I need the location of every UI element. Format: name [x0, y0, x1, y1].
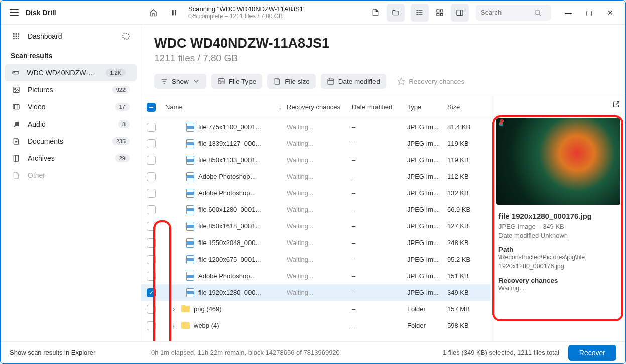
- search-input[interactable]: [481, 9, 534, 16]
- search-box[interactable]: [476, 5, 551, 21]
- table-row[interactable]: file 1200x675_0001...Waiting...–JPEG Im.…: [141, 251, 491, 268]
- panel-view-icon[interactable]: [451, 4, 469, 22]
- file-icon: [273, 77, 281, 85]
- cell-size: 598 KB: [447, 322, 487, 329]
- row-checkbox[interactable]: [147, 321, 156, 330]
- recover-button[interactable]: Recover: [568, 345, 616, 361]
- row-checkbox[interactable]: ✓: [147, 288, 156, 297]
- folder-icon: [181, 322, 190, 329]
- table-row[interactable]: file 1339x1127_000...Waiting...–JPEG Im.…: [141, 135, 491, 152]
- row-checkbox[interactable]: [147, 222, 156, 231]
- date-modified-filter[interactable]: Date modified: [321, 74, 386, 89]
- sidebar-item-documents[interactable]: Documents235: [1, 133, 141, 150]
- scan-status: Scanning "WDC WD40NDZW-11A8JS1" 0% compl…: [188, 5, 306, 20]
- col-size-header[interactable]: Size: [447, 103, 487, 111]
- table-row[interactable]: file 850x1618_0001...Waiting...–JPEG Im.…: [141, 218, 491, 234]
- file-size-filter[interactable]: File size: [267, 74, 316, 89]
- cell-size: 112 KB: [447, 173, 487, 180]
- col-type-header[interactable]: Type: [407, 103, 447, 111]
- table-row[interactable]: file 600x1280_0001...Waiting...–JPEG Im.…: [141, 201, 491, 218]
- file-icon: [186, 205, 194, 214]
- sidebar-item-wdc-wd-ndzw-a-[interactable]: WDC WD40NDZW-11A...1.2K: [5, 64, 137, 81]
- sidebar-item-pictures[interactable]: Pictures922: [1, 81, 141, 98]
- file-name: file 775x1100_0001...: [198, 123, 261, 131]
- svg-point-5: [417, 10, 417, 11]
- grid-view-icon[interactable]: [431, 4, 449, 22]
- row-checkbox[interactable]: [147, 172, 156, 181]
- scan-title: Scanning "WDC WD40NDZW-11A8JS1": [188, 5, 306, 13]
- sidebar-badge: 922: [112, 86, 130, 94]
- col-date-header[interactable]: Date modified: [352, 103, 407, 111]
- sidebar-badge: 8: [118, 120, 130, 128]
- list-view-icon[interactable]: [411, 4, 429, 22]
- svg-rect-0: [172, 10, 174, 15]
- table-row[interactable]: ✓file 1920x1280_000...Waiting...–JPEG Im…: [141, 284, 491, 301]
- sidebar: Dashboard Scan results WDC WD40NDZW-11A.…: [1, 25, 141, 341]
- row-checkbox[interactable]: [147, 123, 156, 132]
- row-checkbox[interactable]: [147, 139, 156, 148]
- recovery-chances-filter[interactable]: Recovery chances: [391, 74, 470, 89]
- table-wrap: Name↓ Recovery chances Date modified Typ…: [141, 96, 625, 341]
- expand-icon[interactable]: ›: [170, 305, 177, 313]
- new-file-icon[interactable]: [366, 4, 385, 22]
- table-row[interactable]: Adobe Photoshop...Waiting...–JPEG Im...1…: [141, 268, 491, 284]
- file-name: file 1550x2048_000...: [198, 239, 261, 247]
- row-checkbox[interactable]: [147, 238, 156, 248]
- row-checkbox[interactable]: [147, 156, 156, 165]
- table-row[interactable]: file 775x1100_0001...Waiting...–JPEG Im.…: [141, 118, 491, 135]
- sidebar-item-audio[interactable]: Audio8: [1, 115, 141, 133]
- svg-rect-37: [15, 155, 16, 161]
- row-checkbox[interactable]: [147, 255, 156, 264]
- row-checkbox[interactable]: [147, 205, 156, 214]
- svg-rect-22: [13, 38, 15, 39]
- content: WDC WD40NDZW-11A8JS1 1211 files / 7.80 G…: [141, 25, 625, 341]
- select-all-checkbox[interactable]: [147, 103, 156, 112]
- col-recovery-header[interactable]: Recovery chances: [287, 103, 352, 111]
- svg-point-33: [18, 125, 19, 126]
- cell-type: JPEG Im...: [407, 239, 447, 247]
- svg-rect-16: [13, 33, 15, 35]
- sidebar-item-label: Documents: [28, 137, 63, 145]
- table-row[interactable]: Adobe Photoshop...Waiting...–JPEG Im...1…: [141, 185, 491, 201]
- cell-type: JPEG Im...: [407, 256, 447, 263]
- table-row[interactable]: ›webp (4)–Folder598 KB: [141, 317, 491, 334]
- hamburger-icon[interactable]: [10, 9, 19, 16]
- svg-point-7: [417, 14, 417, 15]
- sort-icon[interactable]: ↓: [279, 103, 282, 111]
- cell-size: 119 KB: [447, 140, 487, 147]
- home-button[interactable]: [144, 4, 162, 22]
- col-name-header[interactable]: Name: [165, 103, 183, 111]
- minimize-button[interactable]: —: [558, 5, 578, 21]
- preview-filename: file 1920x1280_000176.jpg: [498, 212, 618, 220]
- sidebar-item-video[interactable]: Video17: [1, 98, 141, 115]
- maximize-button[interactable]: ▢: [579, 5, 599, 21]
- sidebar-item-other[interactable]: Other: [1, 167, 141, 184]
- file-name: file 850x1133_0001...: [198, 156, 261, 164]
- sidebar-item-label: WDC WD40NDZW-11A...: [27, 69, 99, 77]
- sidebar-item-label: Archives: [28, 154, 55, 162]
- cell-recovery: Waiting...: [287, 123, 352, 131]
- sidebar-dashboard-label: Dashboard: [28, 32, 62, 40]
- folder-view-icon[interactable]: [387, 4, 405, 22]
- sidebar-dashboard[interactable]: Dashboard: [1, 28, 141, 45]
- table-row[interactable]: file 850x1133_0001...Waiting...–JPEG Im.…: [141, 152, 491, 168]
- open-external-icon[interactable]: [612, 100, 620, 110]
- cell-date: –: [352, 256, 407, 263]
- row-checkbox[interactable]: [147, 272, 156, 281]
- cell-size: 66.9 KB: [447, 206, 487, 213]
- file-list[interactable]: Name↓ Recovery chances Date modified Typ…: [141, 96, 491, 341]
- show-in-explorer-link[interactable]: Show scan results in Explorer: [10, 349, 95, 356]
- file-type-filter[interactable]: File Type: [211, 74, 263, 89]
- expand-icon[interactable]: ›: [170, 322, 177, 329]
- scan-progress: 0% complete – 1211 files / 7.80 GB: [188, 13, 306, 20]
- table-row[interactable]: Adobe Photoshop...Waiting...–JPEG Im...1…: [141, 168, 491, 185]
- table-row[interactable]: file 1550x2048_000...Waiting...–JPEG Im.…: [141, 234, 491, 251]
- show-filter[interactable]: Show: [154, 74, 206, 89]
- table-row[interactable]: ›png (469)–Folder157 MB: [141, 301, 491, 317]
- svg-rect-9: [440, 10, 443, 12]
- pause-button[interactable]: [165, 4, 183, 22]
- sidebar-item-archives[interactable]: Archives29: [1, 150, 141, 167]
- row-checkbox[interactable]: [147, 189, 156, 198]
- row-checkbox[interactable]: [147, 305, 156, 314]
- close-button[interactable]: ✕: [600, 5, 620, 21]
